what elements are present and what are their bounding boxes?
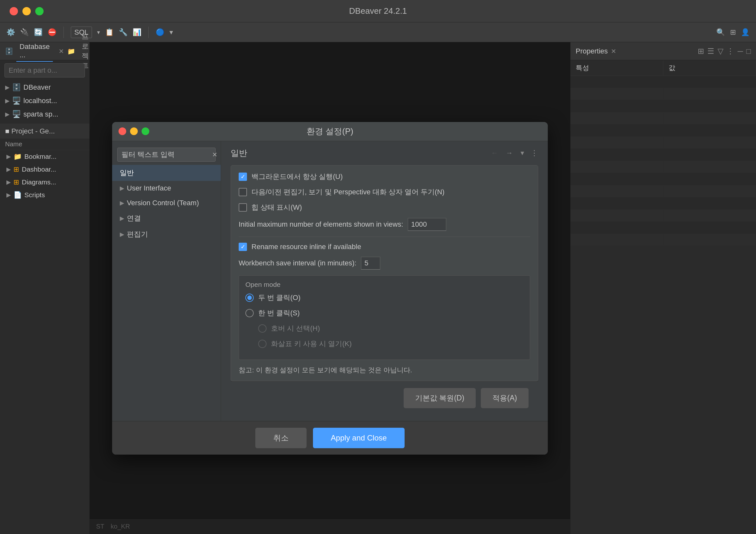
props-minimize-icon[interactable]: ─ [738, 47, 743, 56]
right-panel-close-icon[interactable]: ✕ [611, 47, 616, 55]
props-row-1 [571, 76, 756, 88]
nav-arrow-conn: ▶ [120, 215, 124, 222]
modal-close-button[interactable] [119, 127, 126, 135]
tree-item-localhost[interactable]: ▶ 🖥️ localhost... [0, 94, 89, 108]
props-cell-5-1 [571, 125, 663, 137]
filter-clear-icon[interactable]: ✕ [212, 151, 218, 159]
toolbar-icon-6[interactable]: 🔧 [119, 28, 127, 37]
tree-item-sparta[interactable]: ▶ 🖥️ sparta sp... [0, 108, 89, 121]
nav-item-connection[interactable]: ▶ 연결 [112, 210, 221, 226]
props-cell-4-2 [663, 113, 756, 124]
toolbar-icon-8b[interactable]: ▾ [170, 28, 173, 37]
list-item-scripts[interactable]: ▶ 📄 Scripts [0, 189, 89, 201]
checkbox-background[interactable] [239, 172, 247, 181]
checkbox-heap[interactable] [239, 203, 247, 212]
right-panel-title: Properties [576, 47, 608, 55]
radio-singleclick[interactable] [245, 309, 254, 317]
props-maximize-icon[interactable]: □ [746, 47, 751, 56]
props-row-11 [571, 197, 756, 210]
toolbar-sep-1 [64, 27, 64, 38]
list-item-dashboard[interactable]: ▶ ⊞ Dashboar... [0, 163, 89, 176]
project-icon: ■ [5, 127, 9, 135]
modal-minimize-button[interactable] [130, 127, 138, 135]
toolbar-icon-9[interactable]: ⊞ [730, 28, 736, 37]
modal-sidebar: ✕ 일반 ▶ User Interface ▶ Version Control … [112, 141, 221, 421]
app-title: DBeaver 24.2.1 [349, 6, 407, 16]
nav-back-arrow[interactable]: ← [489, 148, 501, 159]
toolbar-icon-4[interactable]: ⛔ [48, 28, 56, 37]
label-arrow[interactable]: 화살표 키 사용 시 열기(K) [271, 339, 352, 349]
settings-area: 백그라운드에서 항상 실행(U) 다음/이전 편집기, 보기 및 Perspec… [230, 165, 538, 381]
apply-close-button[interactable]: Apply and Close [313, 428, 405, 448]
radio-doubleclick[interactable] [245, 293, 254, 302]
props-row-5 [571, 125, 756, 137]
modal-menu-icon[interactable]: ⋮ [530, 148, 538, 158]
toolbar-icon-8[interactable]: 🔵 [156, 28, 164, 37]
toolbar-icon-1[interactable]: ⚙️ [6, 28, 15, 37]
label-nextprev[interactable]: 다음/이전 편집기, 보기 및 Perspective 대화 상자 열어 두기(… [252, 187, 445, 197]
toolbar-icon-2[interactable]: 🔌 [20, 28, 29, 37]
props-icon-2[interactable]: ☰ [707, 47, 715, 56]
divider-1 [239, 237, 530, 237]
radio-hover[interactable] [258, 324, 266, 333]
props-cell-2-1 [571, 88, 663, 100]
setting-row-maxelements: Initial maximum number of elements shown… [239, 218, 530, 231]
modal-filter-input[interactable] [122, 150, 209, 159]
list-icon-diagrams: ⊞ [14, 178, 19, 186]
close-button[interactable] [10, 7, 18, 15]
label-heap[interactable]: 힙 상태 표시(W) [252, 203, 302, 212]
props-icon-1[interactable]: ⊞ [698, 47, 704, 56]
search-icon[interactable]: 🔍 [716, 28, 725, 37]
props-cell-2-2 [663, 88, 756, 100]
tab-database-close[interactable]: ✕ [59, 47, 64, 55]
panel-search-input[interactable] [5, 64, 85, 77]
nav-forward-arrow[interactable]: → [503, 148, 515, 159]
nav-item-ui[interactable]: ▶ User Interface [112, 181, 221, 196]
label-singleclick[interactable]: 한 번 클릭(S) [258, 308, 300, 318]
restore-defaults-button[interactable]: 기본값 복원(D) [404, 388, 476, 408]
minimize-button[interactable] [22, 7, 31, 15]
toolbar-icon-3[interactable]: 🔄 [34, 28, 42, 37]
toolbar-icon-5[interactable]: 📋 [105, 28, 114, 37]
tab-database[interactable]: Database ... [16, 41, 53, 62]
tree-icon-dbeaver: 🗄️ [12, 83, 21, 91]
radio-arrow[interactable] [258, 340, 266, 348]
checkbox-rename[interactable] [239, 243, 247, 251]
modal-content-header: 일반 ← → ▾ ⋮ [230, 148, 538, 159]
panel-search-area [0, 60, 89, 81]
nav-dropdown-arrow[interactable]: ▾ [518, 148, 526, 159]
props-row-8 [571, 161, 756, 173]
modal-nav-arrows: ← → ▾ [489, 148, 526, 159]
label-rename[interactable]: Rename resource inline if available [252, 243, 361, 251]
props-row-13 [571, 222, 756, 234]
input-maxelements[interactable] [408, 218, 446, 231]
toolbar-sql-arrow[interactable]: ▾ [97, 29, 100, 36]
checkbox-nextprev[interactable] [239, 188, 247, 196]
toolbar-icon-7[interactable]: 📊 [133, 28, 141, 37]
tree-item-dbeaver[interactable]: ▶ 🗄️ DBeaver [0, 81, 89, 94]
modal-maximize-button[interactable] [142, 127, 149, 135]
nav-arrow-editor: ▶ [120, 231, 124, 238]
modal-overlay: 환경 설정(P) ✕ 일반 ▶ [90, 42, 570, 534]
props-cell-9-1 [571, 173, 663, 185]
nav-item-general[interactable]: 일반 [112, 165, 221, 181]
name-column-header: Name [0, 139, 89, 150]
modal-filter-container: ✕ [117, 148, 216, 162]
apply-button[interactable]: 적용(A) [481, 388, 528, 408]
list-arrow-dashboard: ▶ [6, 166, 11, 173]
list-item-bookmarks[interactable]: ▶ 📁 Bookmar... [0, 150, 89, 163]
maximize-button[interactable] [35, 7, 43, 15]
nav-item-editor[interactable]: ▶ 편집기 [112, 226, 221, 242]
props-icon-3[interactable]: ▽ [717, 47, 723, 56]
nav-item-versioncontrol[interactable]: ▶ Version Control (Team) [112, 196, 221, 210]
label-hover[interactable]: 호버 시 선택(H) [271, 324, 320, 333]
list-label-dashboard: Dashboar... [22, 165, 56, 173]
list-item-diagrams[interactable]: ▶ ⊞ Diagrams... [0, 176, 89, 189]
input-workbench[interactable] [361, 257, 380, 269]
list-arrow-bookmarks: ▶ [6, 153, 11, 160]
label-doubleclick[interactable]: 두 번 클릭(O) [258, 293, 301, 303]
props-icon-4[interactable]: ⋮ [726, 47, 734, 56]
cancel-button[interactable]: 취소 [255, 428, 307, 448]
label-background[interactable]: 백그라운드에서 항상 실행(U) [252, 172, 343, 182]
toolbar-icon-10[interactable]: 👤 [741, 28, 750, 37]
